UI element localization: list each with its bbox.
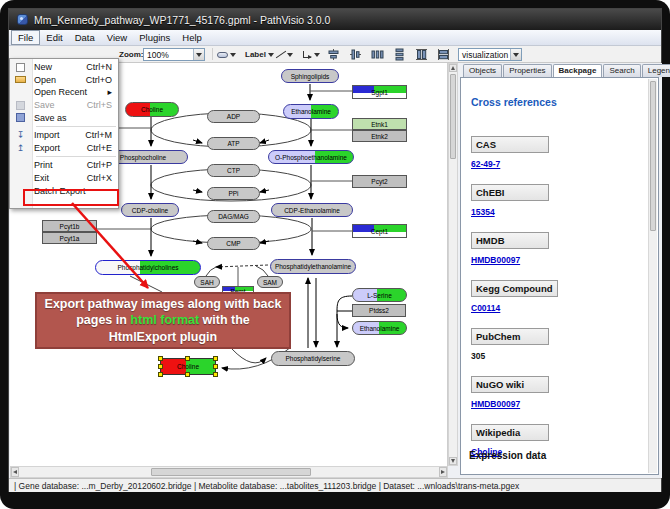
- scrollbar-thumb[interactable]: [650, 81, 656, 231]
- node-pcyt2[interactable]: Pcyt2: [352, 175, 407, 188]
- tab-objects[interactable]: Objects: [463, 64, 502, 77]
- xref-header: PubChem: [471, 328, 549, 345]
- node-label: CTP: [227, 167, 240, 174]
- file-menu-item-save-as[interactable]: Save as: [10, 111, 118, 124]
- align-middle-icon[interactable]: [349, 48, 362, 61]
- align-center-icon[interactable]: [327, 48, 340, 61]
- selection-handle[interactable]: [185, 372, 190, 377]
- datanode-tool-button[interactable]: [214, 48, 239, 61]
- line-tool-button[interactable]: [271, 48, 296, 61]
- visualization-combobox[interactable]: visualization: [458, 48, 522, 61]
- xref-section-nugo-wiki: NuGO wikiHMDB00097: [471, 374, 558, 409]
- node-label: Etnk1: [371, 121, 388, 128]
- file-menu-item-new[interactable]: NewCtrl+N: [10, 61, 118, 74]
- xref-link[interactable]: 62-49-7: [471, 159, 558, 169]
- selection-handle[interactable]: [158, 356, 163, 361]
- node-dag-mag[interactable]: DAG/MAG: [207, 210, 260, 223]
- xref-link[interactable]: C00114: [471, 303, 558, 313]
- node-label: Pcyt2: [371, 178, 387, 185]
- node-ptdss2[interactable]: Ptdss2: [352, 304, 406, 317]
- canvas-vertical-scrollbar[interactable]: [448, 63, 458, 466]
- zoom-combobox[interactable]: 100%: [143, 48, 205, 61]
- selection-handle[interactable]: [213, 356, 218, 361]
- xref-link[interactable]: HMDB00097: [471, 255, 558, 265]
- chevron-down-icon[interactable]: [314, 53, 320, 57]
- node-pcyt1b[interactable]: Pcyt1b: [42, 220, 97, 232]
- tab-properties[interactable]: Properties: [503, 64, 551, 77]
- node-cmp[interactable]: CMP: [207, 237, 260, 250]
- common-height-icon[interactable]: [415, 48, 428, 61]
- chevron-down-icon[interactable]: [193, 49, 204, 60]
- node-phosphatidylserine[interactable]: Phosphatidylserine: [271, 351, 355, 366]
- menu-view[interactable]: View: [101, 31, 133, 44]
- xref-link[interactable]: HMDB00097: [471, 399, 558, 409]
- tab-legend[interactable]: Legend: [642, 64, 670, 77]
- scrollbar-thumb[interactable]: [151, 468, 311, 476]
- selection-handle[interactable]: [213, 372, 218, 377]
- node-adp[interactable]: ADP: [207, 110, 260, 123]
- file-menu-item-import[interactable]: ↧ImportCtrl+M: [10, 129, 118, 142]
- scroll-down-button[interactable]: [449, 457, 457, 465]
- sidepanel-scrollbar[interactable]: [648, 79, 657, 473]
- node-phosphatidylcholines[interactable]: Phosphatidylcholines: [95, 260, 201, 275]
- node-ppi[interactable]: PPi: [207, 187, 260, 200]
- node-ethanolamine[interactable]: Ethanolamine: [283, 104, 339, 119]
- tab-search[interactable]: Search: [603, 64, 640, 77]
- menu-shortcut: Ctrl+S: [87, 100, 118, 110]
- chevron-down-icon[interactable]: [510, 49, 521, 60]
- selection-handle[interactable]: [185, 356, 190, 361]
- node-etnk2[interactable]: Etnk2: [352, 130, 407, 142]
- node-choline[interactable]: Choline: [125, 102, 179, 117]
- canvas-horizontal-scrollbar[interactable]: [10, 466, 448, 478]
- file-menu-item-exit[interactable]: ExitCtrl+X: [10, 172, 118, 185]
- menu-separator: [36, 126, 116, 127]
- file-menu-item-save[interactable]: SaveCtrl+S: [10, 99, 118, 112]
- tab-backpage[interactable]: Backpage: [553, 64, 603, 77]
- menu-file[interactable]: File: [11, 30, 40, 45]
- node-l-serine[interactable]: L-Serine: [352, 288, 407, 302]
- node-cept1[interactable]: Cept1: [352, 224, 407, 238]
- chevron-down-icon[interactable]: [287, 53, 293, 57]
- node-cdp-ethanolamine[interactable]: CDP-Ethanolamine: [271, 203, 353, 217]
- node-o-phosphoethanolamine[interactable]: O-Phosphoethanolamine: [268, 150, 354, 164]
- common-width-icon[interactable]: [437, 48, 450, 61]
- node-label: Choline: [177, 363, 199, 370]
- node-ethanolamine[interactable]: Ethanolamine: [352, 321, 407, 335]
- menu-help[interactable]: Help: [176, 31, 208, 44]
- node-cdp-choline[interactable]: CDP-choline: [121, 203, 179, 217]
- node-sgpl1[interactable]: Sgpl1: [352, 85, 407, 99]
- file-menu-item-export[interactable]: ↥ExportCtrl+E: [10, 142, 118, 155]
- menu-edit[interactable]: Edit: [40, 31, 68, 44]
- menu-data[interactable]: Data: [69, 31, 101, 44]
- connector-tool-button[interactable]: [298, 48, 323, 61]
- menu-shortcut: Ctrl+P: [87, 160, 118, 170]
- xref-link[interactable]: 15354: [471, 207, 558, 217]
- node-sah[interactable]: SAH: [194, 276, 220, 288]
- scroll-left-button[interactable]: [11, 467, 19, 477]
- cross-references-heading: Cross references: [471, 96, 557, 108]
- scroll-up-button[interactable]: [449, 64, 457, 72]
- scrollbar-thumb[interactable]: [450, 74, 456, 159]
- selection-handle[interactable]: [213, 364, 218, 369]
- distribute-horizontal-icon[interactable]: [371, 48, 384, 61]
- node-phosphatidylethanolamine[interactable]: Phosphatidylethanolamine: [270, 259, 356, 274]
- chevron-down-icon[interactable]: [230, 53, 236, 57]
- node-pcyt1a[interactable]: Pcyt1a: [42, 232, 97, 244]
- scroll-right-button[interactable]: [439, 467, 447, 477]
- title-bar[interactable]: Mm_Kennedy_pathway_WP1771_45176.gpml - P…: [9, 9, 661, 30]
- menu-plugins[interactable]: Plugins: [133, 31, 176, 44]
- no-icon: [14, 173, 27, 183]
- node-sphingolipids[interactable]: Sphingolipids: [281, 69, 339, 83]
- file-menu-item-open[interactable]: OpenCtrl+O: [10, 74, 118, 87]
- expression-data-heading: Expression data: [469, 450, 546, 461]
- node-atp[interactable]: ATP: [207, 137, 260, 150]
- selection-handle[interactable]: [158, 372, 163, 377]
- file-menu-item-print[interactable]: PrintCtrl+P: [10, 159, 118, 172]
- distribute-vertical-icon[interactable]: [393, 48, 406, 61]
- node-etnk1[interactable]: Etnk1: [352, 118, 407, 130]
- file-menu-item-open-recent[interactable]: Open Recent▸: [10, 86, 118, 99]
- node-choline[interactable]: Choline: [160, 358, 216, 375]
- selection-handle[interactable]: [158, 364, 163, 369]
- node-sam[interactable]: SAM: [257, 276, 283, 288]
- node-ctp[interactable]: CTP: [207, 164, 260, 177]
